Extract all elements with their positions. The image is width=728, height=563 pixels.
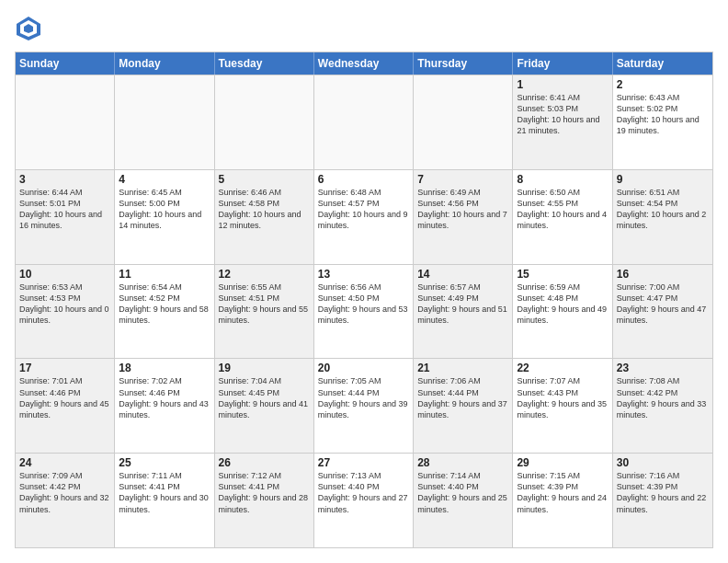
logo bbox=[15, 15, 46, 42]
weekday-header-sunday: Sunday bbox=[16, 52, 115, 75]
weekday-header-tuesday: Tuesday bbox=[215, 52, 314, 75]
day-info: Sunrise: 6:56 AM Sunset: 4:50 PM Dayligh… bbox=[318, 282, 409, 327]
page: SundayMondayTuesdayWednesdayThursdayFrid… bbox=[0, 0, 728, 563]
day-number: 19 bbox=[219, 362, 310, 374]
day-number: 23 bbox=[617, 362, 709, 374]
calendar-header: SundayMondayTuesdayWednesdayThursdayFrid… bbox=[16, 52, 712, 75]
day-info: Sunrise: 6:45 AM Sunset: 5:00 PM Dayligh… bbox=[119, 187, 210, 232]
calendar-cell-day-10: 10Sunrise: 6:53 AM Sunset: 4:53 PM Dayli… bbox=[16, 265, 115, 359]
calendar-cell-day-28: 28Sunrise: 7:14 AM Sunset: 4:40 PM Dayli… bbox=[414, 454, 513, 547]
calendar-cell-day-12: 12Sunrise: 6:55 AM Sunset: 4:51 PM Dayli… bbox=[215, 265, 314, 359]
day-info: Sunrise: 6:57 AM Sunset: 4:49 PM Dayligh… bbox=[417, 282, 508, 327]
calendar-cell-empty-0-3 bbox=[314, 75, 414, 169]
calendar-cell-day-2: 2Sunrise: 6:43 AM Sunset: 5:02 PM Daylig… bbox=[613, 75, 712, 169]
day-number: 14 bbox=[417, 268, 508, 281]
day-info: Sunrise: 7:13 AM Sunset: 4:40 PM Dayligh… bbox=[318, 470, 409, 515]
day-info: Sunrise: 7:11 AM Sunset: 4:41 PM Dayligh… bbox=[119, 470, 210, 515]
calendar-row-0: 1Sunrise: 6:41 AM Sunset: 5:03 PM Daylig… bbox=[16, 75, 712, 169]
calendar-cell-empty-0-0 bbox=[16, 75, 115, 169]
day-info: Sunrise: 6:53 AM Sunset: 4:53 PM Dayligh… bbox=[19, 282, 110, 327]
calendar-cell-day-16: 16Sunrise: 7:00 AM Sunset: 4:47 PM Dayli… bbox=[613, 265, 712, 359]
weekday-header-friday: Friday bbox=[513, 52, 612, 75]
day-info: Sunrise: 6:44 AM Sunset: 5:01 PM Dayligh… bbox=[19, 187, 110, 232]
day-info: Sunrise: 7:16 AM Sunset: 4:39 PM Dayligh… bbox=[617, 470, 709, 515]
day-number: 3 bbox=[19, 173, 110, 186]
day-info: Sunrise: 7:14 AM Sunset: 4:40 PM Dayligh… bbox=[417, 470, 508, 515]
day-number: 26 bbox=[219, 456, 310, 469]
day-number: 1 bbox=[517, 78, 608, 91]
calendar-row-3: 17Sunrise: 7:01 AM Sunset: 4:46 PM Dayli… bbox=[16, 358, 712, 453]
day-info: Sunrise: 6:46 AM Sunset: 4:58 PM Dayligh… bbox=[219, 187, 310, 232]
calendar-cell-day-14: 14Sunrise: 6:57 AM Sunset: 4:49 PM Dayli… bbox=[414, 265, 513, 359]
day-number: 21 bbox=[417, 362, 508, 374]
day-info: Sunrise: 7:07 AM Sunset: 4:43 PM Dayligh… bbox=[517, 375, 608, 420]
day-info: Sunrise: 7:15 AM Sunset: 4:39 PM Dayligh… bbox=[517, 470, 608, 515]
day-number: 15 bbox=[517, 268, 608, 281]
day-number: 28 bbox=[417, 456, 508, 469]
day-info: Sunrise: 7:01 AM Sunset: 4:46 PM Dayligh… bbox=[19, 375, 110, 420]
day-number: 11 bbox=[119, 268, 210, 281]
day-info: Sunrise: 6:59 AM Sunset: 4:48 PM Dayligh… bbox=[517, 282, 608, 327]
calendar-cell-day-22: 22Sunrise: 7:07 AM Sunset: 4:43 PM Dayli… bbox=[513, 359, 612, 453]
calendar-cell-day-15: 15Sunrise: 6:59 AM Sunset: 4:48 PM Dayli… bbox=[513, 265, 612, 359]
calendar-cell-day-25: 25Sunrise: 7:11 AM Sunset: 4:41 PM Dayli… bbox=[115, 454, 214, 547]
day-number: 18 bbox=[119, 362, 210, 374]
day-number: 10 bbox=[19, 268, 110, 281]
weekday-header-monday: Monday bbox=[115, 52, 214, 75]
calendar-cell-day-9: 9Sunrise: 6:51 AM Sunset: 4:54 PM Daylig… bbox=[613, 170, 712, 264]
calendar-cell-day-30: 30Sunrise: 7:16 AM Sunset: 4:39 PM Dayli… bbox=[613, 454, 712, 547]
day-info: Sunrise: 6:41 AM Sunset: 5:03 PM Dayligh… bbox=[517, 92, 608, 137]
day-info: Sunrise: 6:49 AM Sunset: 4:56 PM Dayligh… bbox=[417, 187, 508, 232]
calendar: SundayMondayTuesdayWednesdayThursdayFrid… bbox=[15, 52, 713, 548]
day-number: 27 bbox=[318, 456, 409, 469]
day-number: 29 bbox=[517, 456, 608, 469]
day-number: 4 bbox=[119, 173, 210, 186]
weekday-header-wednesday: Wednesday bbox=[314, 52, 414, 75]
day-info: Sunrise: 7:09 AM Sunset: 4:42 PM Dayligh… bbox=[19, 470, 110, 515]
calendar-cell-day-11: 11Sunrise: 6:54 AM Sunset: 4:52 PM Dayli… bbox=[115, 265, 214, 359]
day-number: 22 bbox=[517, 362, 608, 374]
calendar-cell-day-29: 29Sunrise: 7:15 AM Sunset: 4:39 PM Dayli… bbox=[513, 454, 612, 547]
day-number: 13 bbox=[318, 268, 409, 281]
calendar-row-2: 10Sunrise: 6:53 AM Sunset: 4:53 PM Dayli… bbox=[16, 264, 712, 359]
calendar-cell-empty-0-1 bbox=[115, 75, 214, 169]
day-number: 9 bbox=[617, 173, 709, 186]
day-info: Sunrise: 6:51 AM Sunset: 4:54 PM Dayligh… bbox=[617, 187, 709, 232]
calendar-cell-empty-0-4 bbox=[414, 75, 513, 169]
calendar-cell-day-18: 18Sunrise: 7:02 AM Sunset: 4:46 PM Dayli… bbox=[115, 359, 214, 453]
calendar-cell-empty-0-2 bbox=[215, 75, 314, 169]
day-info: Sunrise: 7:04 AM Sunset: 4:45 PM Dayligh… bbox=[219, 375, 310, 420]
day-number: 20 bbox=[318, 362, 409, 374]
calendar-cell-day-17: 17Sunrise: 7:01 AM Sunset: 4:46 PM Dayli… bbox=[16, 359, 115, 453]
day-number: 30 bbox=[617, 456, 709, 469]
day-info: Sunrise: 6:50 AM Sunset: 4:55 PM Dayligh… bbox=[517, 187, 608, 232]
day-number: 25 bbox=[119, 456, 210, 469]
day-number: 16 bbox=[617, 268, 709, 281]
calendar-row-4: 24Sunrise: 7:09 AM Sunset: 4:42 PM Dayli… bbox=[16, 453, 712, 547]
weekday-header-thursday: Thursday bbox=[414, 52, 513, 75]
day-number: 8 bbox=[517, 173, 608, 186]
calendar-cell-day-21: 21Sunrise: 7:06 AM Sunset: 4:44 PM Dayli… bbox=[414, 359, 513, 453]
day-info: Sunrise: 7:12 AM Sunset: 4:41 PM Dayligh… bbox=[219, 470, 310, 515]
day-number: 24 bbox=[19, 456, 110, 469]
day-info: Sunrise: 6:48 AM Sunset: 4:57 PM Dayligh… bbox=[318, 187, 409, 232]
calendar-cell-day-27: 27Sunrise: 7:13 AM Sunset: 4:40 PM Dayli… bbox=[314, 454, 414, 547]
calendar-cell-day-5: 5Sunrise: 6:46 AM Sunset: 4:58 PM Daylig… bbox=[215, 170, 314, 264]
day-info: Sunrise: 7:00 AM Sunset: 4:47 PM Dayligh… bbox=[617, 282, 709, 327]
calendar-cell-day-6: 6Sunrise: 6:48 AM Sunset: 4:57 PM Daylig… bbox=[314, 170, 414, 264]
day-info: Sunrise: 6:43 AM Sunset: 5:02 PM Dayligh… bbox=[617, 92, 709, 137]
day-info: Sunrise: 7:02 AM Sunset: 4:46 PM Dayligh… bbox=[119, 375, 210, 420]
day-info: Sunrise: 7:05 AM Sunset: 4:44 PM Dayligh… bbox=[318, 375, 409, 420]
calendar-cell-day-1: 1Sunrise: 6:41 AM Sunset: 5:03 PM Daylig… bbox=[513, 75, 612, 169]
day-number: 5 bbox=[219, 173, 310, 186]
calendar-row-1: 3Sunrise: 6:44 AM Sunset: 5:01 PM Daylig… bbox=[16, 169, 712, 264]
calendar-cell-day-20: 20Sunrise: 7:05 AM Sunset: 4:44 PM Dayli… bbox=[314, 359, 414, 453]
day-info: Sunrise: 7:06 AM Sunset: 4:44 PM Dayligh… bbox=[417, 375, 508, 420]
calendar-cell-day-26: 26Sunrise: 7:12 AM Sunset: 4:41 PM Dayli… bbox=[215, 454, 314, 547]
calendar-body: 1Sunrise: 6:41 AM Sunset: 5:03 PM Daylig… bbox=[16, 75, 712, 547]
logo-icon bbox=[15, 15, 42, 42]
calendar-cell-day-4: 4Sunrise: 6:45 AM Sunset: 5:00 PM Daylig… bbox=[115, 170, 214, 264]
calendar-cell-day-24: 24Sunrise: 7:09 AM Sunset: 4:42 PM Dayli… bbox=[16, 454, 115, 547]
day-number: 6 bbox=[318, 173, 409, 186]
day-number: 2 bbox=[617, 78, 709, 91]
